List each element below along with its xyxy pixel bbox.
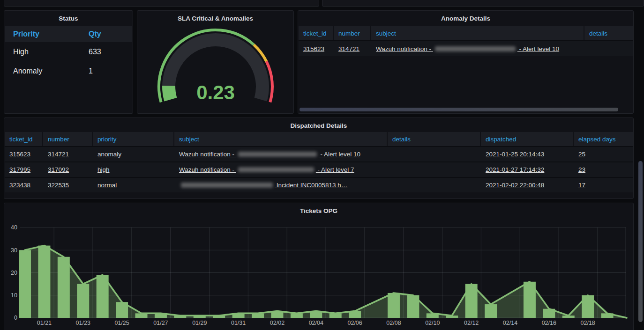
partial-panel-right: [322, 0, 644, 7]
redacted-text: [435, 46, 516, 51]
tickets-opg-chart: 01020304001/2101/2301/2501/2701/2901/310…: [6, 216, 631, 327]
priority-link[interactable]: high: [97, 166, 110, 173]
tickets-opg-panel: Tickets OPG 01020304001/2101/2301/2501/2…: [4, 203, 634, 330]
dispatched-link[interactable]: 2021-01-27 17:14:32: [486, 166, 544, 173]
x-axis-label: 01/23: [76, 320, 90, 326]
dispatched-link[interactable]: 2021-01-25 20:14:43: [486, 151, 544, 158]
y-axis-label: 0: [14, 315, 17, 321]
y-axis-label: 30: [11, 247, 17, 254]
status-row-anomaly: Anomaly 1: [5, 61, 132, 81]
x-axis-label: 02/02: [270, 320, 285, 326]
details-cell: [584, 41, 633, 56]
dispatched-col-ticket-id[interactable]: ticket_id: [5, 132, 43, 146]
anomaly-table-row: 315623 314721 Wazuh notification - - Ale…: [299, 40, 633, 56]
details-cell: [388, 178, 481, 192]
dispatched-col-details[interactable]: details: [388, 132, 481, 146]
details-cell: [388, 162, 481, 177]
gauge-value: 0.23: [196, 81, 235, 103]
number-link[interactable]: 322535: [48, 182, 69, 189]
page-vertical-scrollbar[interactable]: [638, 161, 643, 322]
ticket-id-link[interactable]: 315623: [9, 151, 30, 158]
bar[interactable]: [77, 284, 89, 318]
dispatched-table-row: 315623314721anomalyWazuh notification - …: [5, 146, 633, 161]
anomaly-col-details[interactable]: details: [584, 26, 633, 40]
ticket-id-link[interactable]: 315623: [303, 45, 324, 52]
bar[interactable]: [388, 293, 400, 318]
bar[interactable]: [58, 257, 70, 318]
status-col-qty[interactable]: Qty: [84, 26, 132, 42]
bar[interactable]: [38, 246, 50, 318]
bar[interactable]: [485, 304, 497, 318]
dispatched-table-row: 317995317092highWazuh notification - - A…: [5, 161, 633, 177]
anomaly-details-title: Anomaly Details: [298, 11, 633, 22]
anomaly-horizontal-scrollbar[interactable]: [300, 108, 618, 111]
anomaly-col-subject[interactable]: subject: [371, 26, 584, 40]
anomaly-details-panel: Anomaly Details ticket_id number subject…: [298, 10, 634, 114]
x-axis-label: 02/04: [309, 320, 323, 326]
priority-link[interactable]: normal: [97, 182, 117, 189]
redacted-text: [238, 167, 314, 172]
anomaly-col-ticket-id[interactable]: ticket_id: [299, 26, 334, 40]
x-axis-label: 02/18: [581, 320, 595, 326]
number-link[interactable]: 317092: [48, 166, 69, 173]
dispatched-col-priority[interactable]: priority: [93, 132, 174, 146]
sla-gauge: 0.23: [141, 24, 290, 111]
ticket-id-link[interactable]: 317995: [9, 166, 30, 173]
redacted-text: [181, 183, 273, 188]
dispatched-link[interactable]: 2021-02-02 22:00:48: [486, 182, 544, 189]
dispatched-col-dispatched[interactable]: dispatched: [481, 132, 574, 146]
y-axis-label: 40: [11, 224, 17, 231]
x-axis-label: 01/21: [37, 320, 52, 326]
dispatched-col-number[interactable]: number: [43, 132, 93, 146]
anomaly-col-number[interactable]: number: [334, 26, 371, 40]
sla-gauge-title: SLA Critical & Anomalies: [137, 11, 293, 22]
redacted-text: [238, 152, 317, 157]
y-axis-label: 20: [11, 270, 17, 276]
details-cell: [388, 147, 481, 161]
bar[interactable]: [19, 250, 31, 318]
x-axis-label: 02/16: [542, 320, 556, 326]
subject-link[interactable]: Wazuh notification - - Alert level 10: [179, 151, 360, 158]
partial-panel-left: [4, 0, 319, 7]
x-axis-label: 01/31: [231, 320, 246, 326]
subject-link[interactable]: Wazuh notification - - Alert level 10: [376, 45, 559, 52]
dispatched-details-title: Dispatched Details: [4, 118, 633, 129]
status-row-high: High 633: [5, 42, 132, 61]
number-link[interactable]: 314721: [338, 45, 359, 52]
status-panel: Status Priority Qty High 633 Anomaly 1: [4, 10, 133, 114]
x-axis-label: 02/14: [503, 320, 517, 326]
elapsed-days-link[interactable]: 23: [578, 166, 585, 173]
priority-link[interactable]: anomaly: [97, 151, 121, 158]
dispatched-table-row: 323438322535normal Incident INC0005813 h…: [5, 177, 633, 192]
number-link[interactable]: 314721: [48, 151, 69, 158]
dispatched-details-panel: Dispatched Details ticket_id number prio…: [4, 117, 634, 199]
dispatched-col-subject[interactable]: subject: [174, 132, 388, 146]
x-axis-label: 01/29: [192, 320, 207, 326]
x-axis-label: 01/25: [114, 320, 129, 326]
x-axis-label: 02/10: [425, 320, 440, 326]
status-col-priority[interactable]: Priority: [5, 26, 84, 42]
dispatched-col-elapsed[interactable]: elapsed days: [574, 132, 633, 146]
subject-link[interactable]: Incident INC0005813 h…: [179, 182, 347, 189]
sla-gauge-panel: SLA Critical & Anomalies 0.23: [137, 10, 294, 114]
ticket-id-link[interactable]: 323438: [9, 182, 30, 189]
y-axis-label: 10: [11, 292, 17, 299]
dashboard: Status Priority Qty High 633 Anomaly 1 S…: [0, 0, 644, 330]
x-axis-label: 02/08: [386, 320, 401, 326]
tickets-opg-title: Tickets OPG: [4, 203, 633, 214]
subject-link[interactable]: Wazuh notification - - Alert level 7: [179, 166, 354, 173]
elapsed-days-link[interactable]: 25: [578, 151, 585, 158]
x-axis-label: 02/06: [347, 320, 362, 326]
elapsed-days-link[interactable]: 17: [578, 182, 585, 189]
status-panel-title: Status: [4, 11, 133, 22]
x-axis-label: 01/27: [153, 320, 168, 326]
x-axis-label: 02/12: [464, 320, 479, 326]
